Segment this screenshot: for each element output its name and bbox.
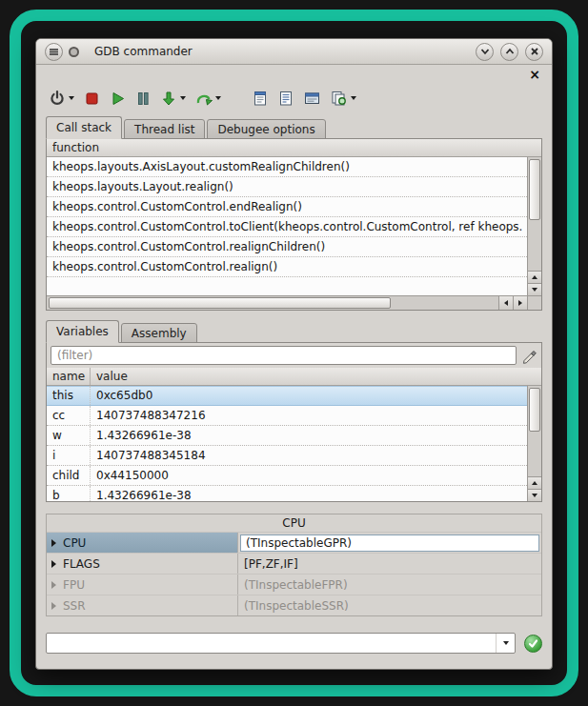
check-icon	[527, 637, 539, 650]
variable-row[interactable]: cc 140737488347216	[47, 406, 527, 426]
close-button[interactable]	[525, 43, 543, 61]
dropdown-arrow-icon[interactable]	[215, 96, 221, 100]
scroll-right-button[interactable]	[513, 296, 527, 310]
memory-icon	[303, 90, 321, 107]
expander-icon[interactable]	[51, 560, 56, 568]
callstack-row[interactable]: kheops.control.CustomControl.endRealign(…	[47, 197, 527, 217]
command-combobox[interactable]	[46, 633, 516, 654]
stop-icon	[83, 90, 100, 107]
cpu-row-value-cell[interactable]: (TInspectableFPR)	[237, 575, 541, 595]
variable-name: w	[47, 426, 91, 445]
variable-value: 1.43266961e-38	[91, 486, 527, 501]
variable-name: b	[47, 486, 91, 501]
variable-row[interactable]: i 140737488345184	[47, 446, 527, 466]
minimize-button[interactable]	[476, 43, 494, 61]
cpu-row-value-cell[interactable]: (TInspectableSSR)	[237, 595, 541, 615]
cpu-row-name-cell[interactable]: CPU	[47, 533, 237, 553]
cpu-row-name-cell[interactable]: SSR	[47, 595, 237, 615]
callstack-row[interactable]: kheops.control.CustomControl.realign()	[47, 257, 527, 277]
dock-header: ×	[46, 65, 542, 84]
variable-row[interactable]: w 1.43266961e-38	[47, 426, 527, 446]
scroll-left-button[interactable]	[498, 296, 513, 310]
right-arrow-icon	[518, 300, 522, 306]
name-column-header[interactable]: name	[47, 368, 91, 385]
callstack-column-header[interactable]: function	[47, 139, 541, 157]
filter-options-icon[interactable]	[521, 348, 537, 364]
scrollbar-thumb[interactable]	[529, 388, 540, 432]
execute-command-button[interactable]	[524, 635, 542, 653]
filter-input[interactable]	[51, 346, 517, 365]
tab-assembly[interactable]: Assembly	[121, 323, 197, 343]
variable-row[interactable]: this 0xc65db0	[47, 386, 527, 406]
cpu-row-name-cell[interactable]: FPU	[47, 575, 237, 595]
window-menu-button[interactable]	[45, 43, 63, 61]
watch-icon	[330, 90, 348, 107]
scrollbar-thumb[interactable]	[49, 297, 391, 309]
titlebar[interactable]: GDB commander	[36, 39, 552, 65]
pause-button[interactable]	[132, 86, 154, 111]
cpu-category-value: [PF,ZF,IF]	[244, 557, 298, 571]
expander-icon[interactable]	[51, 602, 56, 610]
callstack-panel: function kheops.layouts.AxisLayout.custo…	[46, 138, 542, 311]
variable-value: 0x44150000	[91, 466, 527, 485]
pin-icon[interactable]	[69, 47, 79, 57]
cpu-row-value-cell[interactable]: (TInspectableGPR)	[237, 533, 541, 553]
scrollbar-track[interactable]	[48, 297, 497, 309]
variables-list[interactable]: this 0xc65db0 cc 140737488347216 w 1.432…	[47, 386, 527, 501]
left-arrow-icon	[504, 300, 508, 306]
cpu-row-value-cell[interactable]: [PF,ZF,IF]	[237, 554, 541, 574]
power-button[interactable]	[46, 86, 77, 111]
log-button[interactable]	[274, 86, 297, 111]
tab-thread-list[interactable]: Thread list	[124, 119, 205, 139]
combo-dropdown-button[interactable]	[496, 634, 515, 653]
output-button[interactable]	[249, 86, 272, 111]
scrollbar-thumb[interactable]	[529, 159, 540, 220]
memory-button[interactable]	[300, 86, 324, 111]
variable-row[interactable]: b 1.43266961e-38	[47, 486, 527, 501]
scroll-down-button[interactable]	[528, 283, 541, 295]
cpu-row[interactable]: FLAGS [PF,ZF,IF]	[47, 553, 541, 574]
callstack-horizontal-scrollbar[interactable]	[47, 296, 527, 310]
down-arrow-icon	[503, 641, 509, 645]
tab-variables[interactable]: Variables	[46, 320, 119, 343]
stop-button[interactable]	[80, 86, 103, 111]
scroll-up-button[interactable]	[528, 271, 541, 283]
callstack-list[interactable]: kheops.layouts.AxisLayout.customRealignC…	[47, 157, 527, 295]
tab-debugee-options[interactable]: Debugee options	[207, 119, 325, 139]
callstack-vertical-scrollbar[interactable]	[527, 157, 541, 295]
cpu-row[interactable]: FPU (TInspectableFPR)	[47, 574, 541, 595]
step-into-button[interactable]	[157, 86, 189, 111]
maximize-button[interactable]	[500, 43, 518, 61]
run-button[interactable]	[106, 86, 129, 111]
step-over-button[interactable]	[192, 86, 224, 111]
callstack-row[interactable]: kheops.layouts.Layout.realign()	[47, 177, 527, 197]
gdb-commander-window: GDB commander ×	[35, 38, 553, 670]
chevron-up-icon	[503, 45, 517, 58]
variable-row[interactable]: child 0x44150000	[47, 466, 527, 486]
cpu-row-name-cell[interactable]: FLAGS	[47, 554, 237, 574]
scroll-up-button[interactable]	[528, 476, 541, 489]
dock-close-button[interactable]: ×	[527, 68, 542, 81]
variables-vertical-scrollbar[interactable]	[527, 386, 541, 501]
dropdown-arrow-icon[interactable]	[69, 96, 74, 100]
watch-button[interactable]	[327, 86, 359, 111]
scrollbar-track[interactable]	[529, 158, 540, 270]
cpu-row[interactable]: CPU (TInspectableGPR)	[47, 532, 541, 553]
filter-row	[47, 343, 541, 368]
value-column-header[interactable]: value	[91, 368, 541, 385]
callstack-row[interactable]: kheops.control.CustomControl.toClient(kh…	[47, 217, 527, 237]
expander-icon[interactable]	[51, 581, 56, 589]
tab-call-stack[interactable]: Call stack	[46, 116, 122, 139]
expander-icon[interactable]	[51, 539, 56, 547]
scroll-down-button[interactable]	[528, 489, 541, 501]
callstack-row[interactable]: kheops.layouts.AxisLayout.customRealignC…	[47, 157, 527, 177]
dropdown-arrow-icon[interactable]	[180, 96, 186, 100]
cpu-value-editor[interactable]: (TInspectableGPR)	[240, 535, 539, 552]
scrollbar-track[interactable]	[529, 387, 540, 475]
callstack-row[interactable]: kheops.control.CustomControl.realignChil…	[47, 237, 527, 257]
variables-column-headers[interactable]: name value	[47, 368, 541, 386]
dropdown-arrow-icon[interactable]	[351, 96, 356, 100]
up-arrow-icon	[532, 275, 537, 279]
down-arrow-icon	[532, 494, 537, 497]
cpu-row[interactable]: SSR (TInspectableSSR)	[47, 595, 541, 615]
